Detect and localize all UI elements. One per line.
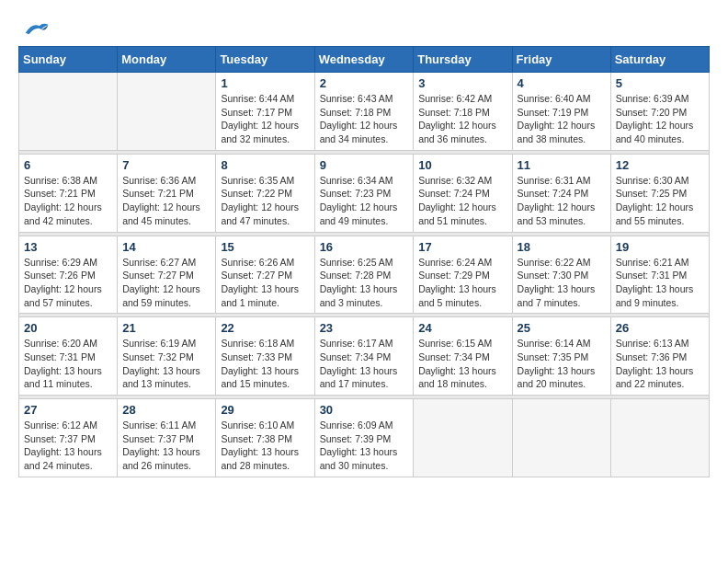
- day-info: Sunrise: 6:35 AM Sunset: 7:22 PM Dayligh…: [221, 174, 309, 228]
- calendar-day-empty: [512, 399, 610, 477]
- day-number: 19: [616, 240, 704, 254]
- day-number: 9: [320, 158, 409, 172]
- day-info: Sunrise: 6:24 AM Sunset: 7:29 PM Dayligh…: [418, 256, 506, 310]
- calendar-day-11: 11Sunrise: 6:31 AM Sunset: 7:24 PM Dayli…: [512, 154, 610, 232]
- calendar-day-9: 9Sunrise: 6:34 AM Sunset: 7:23 PM Daylig…: [314, 154, 414, 232]
- day-number: 1: [221, 76, 309, 90]
- day-number: 29: [221, 403, 309, 417]
- day-number: 15: [221, 240, 309, 254]
- day-number: 20: [24, 321, 112, 335]
- day-info: Sunrise: 6:32 AM Sunset: 7:24 PM Dayligh…: [418, 174, 506, 228]
- day-number: 2: [320, 76, 409, 90]
- day-number: 6: [24, 158, 112, 172]
- calendar-header-thursday: Thursday: [414, 47, 512, 73]
- day-number: 18: [518, 240, 606, 254]
- calendar-day-15: 15Sunrise: 6:26 AM Sunset: 7:27 PM Dayli…: [216, 236, 314, 314]
- calendar-day-4: 4Sunrise: 6:40 AM Sunset: 7:19 PM Daylig…: [512, 73, 610, 151]
- calendar-day-7: 7Sunrise: 6:36 AM Sunset: 7:21 PM Daylig…: [118, 154, 216, 232]
- day-number: 11: [518, 158, 606, 172]
- calendar-day-18: 18Sunrise: 6:22 AM Sunset: 7:30 PM Dayli…: [512, 236, 610, 314]
- calendar-day-29: 29Sunrise: 6:10 AM Sunset: 7:38 PM Dayli…: [216, 399, 314, 477]
- calendar-day-17: 17Sunrise: 6:24 AM Sunset: 7:29 PM Dayli…: [414, 236, 512, 314]
- day-info: Sunrise: 6:14 AM Sunset: 7:35 PM Dayligh…: [518, 337, 606, 391]
- calendar-week-row: 13Sunrise: 6:29 AM Sunset: 7:26 PM Dayli…: [19, 236, 710, 314]
- day-number: 17: [418, 240, 506, 254]
- day-info: Sunrise: 6:11 AM Sunset: 7:37 PM Dayligh…: [122, 419, 210, 473]
- page-header: [18, 18, 710, 37]
- day-number: 27: [24, 403, 112, 417]
- calendar-day-19: 19Sunrise: 6:21 AM Sunset: 7:31 PM Dayli…: [610, 236, 709, 314]
- day-number: 30: [320, 403, 409, 417]
- day-number: 26: [616, 321, 704, 335]
- calendar-day-27: 27Sunrise: 6:12 AM Sunset: 7:37 PM Dayli…: [19, 399, 118, 477]
- day-number: 23: [320, 321, 409, 335]
- day-info: Sunrise: 6:39 AM Sunset: 7:20 PM Dayligh…: [616, 92, 704, 146]
- day-number: 12: [616, 158, 704, 172]
- day-info: Sunrise: 6:38 AM Sunset: 7:21 PM Dayligh…: [24, 174, 112, 228]
- calendar-day-20: 20Sunrise: 6:20 AM Sunset: 7:31 PM Dayli…: [19, 317, 118, 396]
- day-info: Sunrise: 6:42 AM Sunset: 7:18 PM Dayligh…: [418, 92, 506, 146]
- calendar-day-10: 10Sunrise: 6:32 AM Sunset: 7:24 PM Dayli…: [414, 154, 512, 232]
- day-info: Sunrise: 6:36 AM Sunset: 7:21 PM Dayligh…: [122, 174, 210, 228]
- day-info: Sunrise: 6:29 AM Sunset: 7:26 PM Dayligh…: [24, 256, 112, 310]
- calendar-day-8: 8Sunrise: 6:35 AM Sunset: 7:22 PM Daylig…: [216, 154, 314, 232]
- day-info: Sunrise: 6:20 AM Sunset: 7:31 PM Dayligh…: [24, 337, 112, 391]
- day-number: 8: [221, 158, 309, 172]
- day-number: 3: [418, 76, 506, 90]
- calendar-day-empty: [414, 399, 512, 477]
- calendar-header-tuesday: Tuesday: [216, 47, 314, 73]
- day-info: Sunrise: 6:13 AM Sunset: 7:36 PM Dayligh…: [616, 337, 704, 391]
- day-number: 25: [518, 321, 606, 335]
- day-number: 7: [122, 158, 210, 172]
- day-number: 24: [418, 321, 506, 335]
- calendar-day-2: 2Sunrise: 6:43 AM Sunset: 7:18 PM Daylig…: [314, 73, 414, 151]
- calendar-header-saturday: Saturday: [610, 47, 709, 73]
- day-info: Sunrise: 6:43 AM Sunset: 7:18 PM Dayligh…: [320, 92, 409, 146]
- day-number: 16: [320, 240, 409, 254]
- day-info: Sunrise: 6:31 AM Sunset: 7:24 PM Dayligh…: [518, 174, 606, 228]
- day-number: 21: [122, 321, 210, 335]
- calendar-day-1: 1Sunrise: 6:44 AM Sunset: 7:17 PM Daylig…: [216, 73, 314, 151]
- calendar-week-row: 27Sunrise: 6:12 AM Sunset: 7:37 PM Dayli…: [19, 399, 710, 477]
- day-info: Sunrise: 6:17 AM Sunset: 7:34 PM Dayligh…: [320, 337, 409, 391]
- calendar-day-22: 22Sunrise: 6:18 AM Sunset: 7:33 PM Dayli…: [216, 317, 314, 396]
- day-info: Sunrise: 6:40 AM Sunset: 7:19 PM Dayligh…: [518, 92, 606, 146]
- day-info: Sunrise: 6:22 AM Sunset: 7:30 PM Dayligh…: [518, 256, 606, 310]
- calendar-day-16: 16Sunrise: 6:25 AM Sunset: 7:28 PM Dayli…: [314, 236, 414, 314]
- calendar-day-6: 6Sunrise: 6:38 AM Sunset: 7:21 PM Daylig…: [19, 154, 118, 232]
- day-info: Sunrise: 6:19 AM Sunset: 7:32 PM Dayligh…: [122, 337, 210, 391]
- calendar-day-12: 12Sunrise: 6:30 AM Sunset: 7:25 PM Dayli…: [610, 154, 709, 232]
- day-info: Sunrise: 6:44 AM Sunset: 7:17 PM Dayligh…: [221, 92, 309, 146]
- logo-icon: [18, 18, 50, 37]
- calendar-day-5: 5Sunrise: 6:39 AM Sunset: 7:20 PM Daylig…: [610, 73, 709, 151]
- calendar-table: SundayMondayTuesdayWednesdayThursdayFrid…: [18, 46, 710, 477]
- calendar-week-row: 6Sunrise: 6:38 AM Sunset: 7:21 PM Daylig…: [19, 154, 710, 232]
- calendar-day-empty: [118, 73, 216, 151]
- day-info: Sunrise: 6:34 AM Sunset: 7:23 PM Dayligh…: [320, 174, 409, 228]
- calendar-day-empty: [19, 73, 118, 151]
- calendar-day-21: 21Sunrise: 6:19 AM Sunset: 7:32 PM Dayli…: [118, 317, 216, 396]
- day-number: 28: [122, 403, 210, 417]
- calendar-day-28: 28Sunrise: 6:11 AM Sunset: 7:37 PM Dayli…: [118, 399, 216, 477]
- day-info: Sunrise: 6:25 AM Sunset: 7:28 PM Dayligh…: [320, 256, 409, 310]
- day-number: 5: [616, 76, 704, 90]
- calendar-week-row: 20Sunrise: 6:20 AM Sunset: 7:31 PM Dayli…: [19, 317, 710, 396]
- calendar-header-wednesday: Wednesday: [314, 47, 414, 73]
- day-number: 13: [24, 240, 112, 254]
- day-info: Sunrise: 6:18 AM Sunset: 7:33 PM Dayligh…: [221, 337, 309, 391]
- day-info: Sunrise: 6:21 AM Sunset: 7:31 PM Dayligh…: [616, 256, 704, 310]
- calendar-day-empty: [610, 399, 709, 477]
- calendar-day-23: 23Sunrise: 6:17 AM Sunset: 7:34 PM Dayli…: [314, 317, 414, 396]
- logo-bird-icon: [22, 18, 50, 37]
- day-number: 10: [418, 158, 506, 172]
- day-info: Sunrise: 6:26 AM Sunset: 7:27 PM Dayligh…: [221, 256, 309, 310]
- day-info: Sunrise: 6:30 AM Sunset: 7:25 PM Dayligh…: [616, 174, 704, 228]
- calendar-header-friday: Friday: [512, 47, 610, 73]
- day-info: Sunrise: 6:15 AM Sunset: 7:34 PM Dayligh…: [418, 337, 506, 391]
- day-info: Sunrise: 6:10 AM Sunset: 7:38 PM Dayligh…: [221, 419, 309, 473]
- calendar-header-sunday: Sunday: [19, 47, 118, 73]
- calendar-day-3: 3Sunrise: 6:42 AM Sunset: 7:18 PM Daylig…: [414, 73, 512, 151]
- day-info: Sunrise: 6:09 AM Sunset: 7:39 PM Dayligh…: [320, 419, 409, 473]
- day-info: Sunrise: 6:12 AM Sunset: 7:37 PM Dayligh…: [24, 419, 112, 473]
- calendar-week-row: 1Sunrise: 6:44 AM Sunset: 7:17 PM Daylig…: [19, 73, 710, 151]
